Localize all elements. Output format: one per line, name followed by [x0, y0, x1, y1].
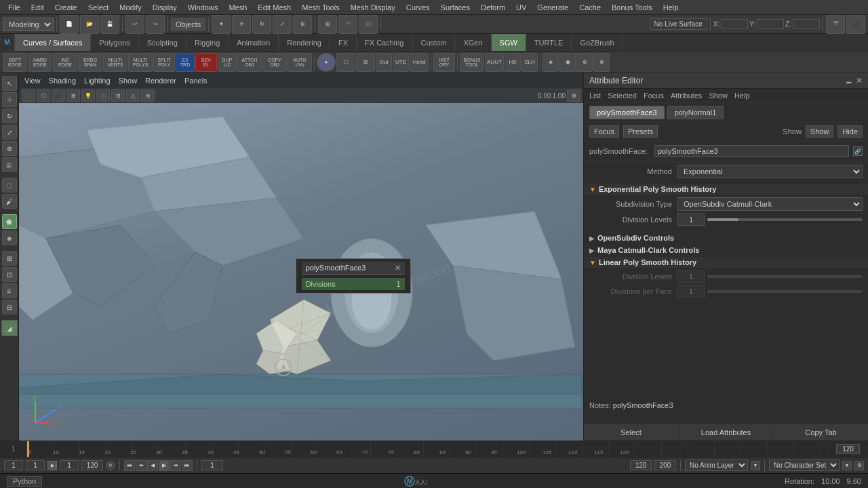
ute-btn[interactable]: UTE: [393, 53, 409, 72]
rotate-tool-btn[interactable]: ↻: [252, 15, 271, 34]
division-levels-slider[interactable]: [707, 218, 863, 221]
hide-btn[interactable]: Hide: [837, 125, 863, 138]
universal-tool[interactable]: ⊕: [2, 141, 17, 156]
vp-light-btn[interactable]: 💡: [81, 89, 95, 102]
vp-grid-btn[interactable]: ⊟: [111, 89, 125, 102]
tab-sgw[interactable]: SGW: [492, 34, 526, 51]
soft-edge-btn[interactable]: SOFTEDGE: [3, 53, 27, 72]
menu-generate[interactable]: Generate: [532, 2, 574, 13]
attr-tab-poly-smooth[interactable]: polySmoothFace3: [589, 106, 665, 119]
frame-current-input1[interactable]: [26, 460, 45, 470]
render-region-btn[interactable]: ⬛: [846, 15, 865, 34]
paint-select[interactable]: 🖌: [2, 194, 17, 209]
step-fwd-btn[interactable]: ➡: [170, 460, 181, 471]
skip-end-btn[interactable]: ⏭: [182, 460, 193, 471]
vp-menu-lighting[interactable]: Lighting: [84, 77, 111, 85]
anim-layer-select[interactable]: No Anim Layer: [685, 460, 748, 471]
layout-tool1[interactable]: ⊞: [2, 251, 17, 266]
tab-sculpting[interactable]: Sculpting: [139, 34, 186, 51]
select-tool-btn[interactable]: ✦: [212, 15, 231, 34]
division-levels-input[interactable]: 1: [677, 214, 705, 226]
out-btn[interactable]: Out: [376, 53, 392, 72]
char-set-select[interactable]: No Character Set: [769, 460, 840, 471]
tab-fx[interactable]: FX: [330, 34, 357, 51]
vp-rig-btn[interactable]: ⊕: [141, 89, 155, 102]
presets-btn[interactable]: Presets: [623, 125, 658, 138]
attr-nav-help[interactable]: Help: [734, 92, 750, 100]
vp-wireframe-btn[interactable]: ⬡: [37, 89, 50, 102]
tab-polygons[interactable]: Polygons: [91, 34, 138, 51]
section4-header[interactable]: ▼ Linear Poly Smooth History: [584, 257, 868, 268]
tab-turtle[interactable]: TURTLE: [526, 34, 572, 51]
mesh-icon-btn[interactable]: ⊞: [356, 53, 375, 72]
tab-rendering[interactable]: Rendering: [279, 34, 330, 51]
vp-polygon-btn[interactable]: △: [126, 89, 140, 102]
universal-tool-btn[interactable]: ⊕: [293, 15, 312, 34]
settings-icon[interactable]: ⚙: [854, 461, 864, 470]
tb-extra4[interactable]: ⊗: [593, 53, 610, 72]
play-back-btn[interactable]: ◀: [147, 460, 158, 471]
menu-uv[interactable]: UV: [511, 2, 532, 13]
tb-extra1[interactable]: ◈: [542, 53, 559, 72]
menu-create[interactable]: Create: [50, 2, 83, 13]
skip-start-btn[interactable]: ⏮: [124, 460, 135, 471]
sculpt-tool[interactable]: ⬟: [2, 214, 17, 229]
open-file-btn[interactable]: 📂: [80, 15, 99, 34]
menu-edit[interactable]: Edit: [26, 2, 50, 13]
step-back-btn[interactable]: ⬅: [136, 460, 146, 471]
move-tool[interactable]: ✛: [2, 92, 17, 107]
total-end-frame-input[interactable]: [654, 460, 676, 470]
tab-rigging[interactable]: Rigging: [186, 34, 229, 51]
sculpt2-tool[interactable]: ◈: [2, 230, 17, 245]
copy-obj-btn[interactable]: COPYOBJ: [262, 53, 287, 72]
menu-select[interactable]: Select: [83, 2, 115, 13]
tab-curves-surfaces[interactable]: Curves / Surfaces: [15, 34, 91, 51]
soft-select-tool[interactable]: ◎: [2, 157, 17, 172]
vp-menu-view[interactable]: View: [24, 77, 41, 85]
menu-cache[interactable]: Cache: [574, 2, 606, 13]
focus-btn[interactable]: Focus: [589, 125, 619, 138]
frame-current-input2[interactable]: [60, 460, 79, 470]
tb-extra3[interactable]: ⊕: [576, 53, 593, 72]
vp-menu-renderer[interactable]: Renderer: [145, 77, 176, 85]
auut-btn[interactable]: AUUT: [485, 53, 504, 72]
menu-edit-mesh[interactable]: Edit Mesh: [252, 2, 296, 13]
rotate-tool[interactable]: ↻: [2, 108, 17, 123]
menu-help[interactable]: Help: [658, 2, 684, 13]
select-btn[interactable]: Select: [584, 424, 679, 441]
layout-tool2[interactable]: ⊡: [2, 267, 17, 282]
render-btn[interactable]: 🎬: [826, 15, 845, 34]
attr-nav-selected[interactable]: Selected: [608, 92, 637, 100]
tab-fx-caching[interactable]: FX Caching: [357, 34, 412, 51]
tl-container[interactable]: 5 10 15 20 25 30 35 40 45 50 55 60 65 70…: [27, 441, 827, 457]
multi-cut-polys-btn[interactable]: MULTIPOLYS: [128, 53, 153, 72]
snap-grid-btn[interactable]: ⊞: [318, 15, 337, 34]
extrude-btn[interactable]: EXTRD: [176, 53, 195, 72]
menu-windows[interactable]: Windows: [182, 2, 224, 13]
layout-tool3[interactable]: ≡: [2, 283, 17, 298]
scene-area[interactable]: 人人素材 www.rrsc.cn 人人素材 人人素材 www.rrsc.cn 人…: [19, 103, 583, 441]
sphere-icon-btn[interactable]: ●: [317, 53, 336, 72]
char-set-menu-btn[interactable]: ▼: [842, 461, 852, 470]
vp-menu-panels[interactable]: Panels: [184, 77, 208, 85]
frame-number-input[interactable]: [201, 460, 223, 470]
menu-curves[interactable]: Curves: [401, 2, 435, 13]
split-poly-btn[interactable]: SPLITPOLY: [153, 53, 175, 72]
vp-menu-show[interactable]: Show: [119, 77, 138, 85]
menu-mesh-tools[interactable]: Mesh Tools: [296, 2, 344, 13]
anim-layer-menu-btn[interactable]: ▼: [751, 461, 760, 470]
tab-animation[interactable]: Animation: [229, 34, 279, 51]
tab-custom[interactable]: Custom: [413, 34, 456, 51]
new-file-btn[interactable]: 📄: [60, 15, 79, 34]
multi-cut-verts-btn[interactable]: MULTIVERTS: [103, 53, 127, 72]
layout-tool4[interactable]: ⊟: [2, 300, 17, 314]
section3-header[interactable]: ▶ Maya Catmull-Clark Controls: [584, 245, 868, 256]
live-surface-btn[interactable]: No Live Surface: [650, 18, 707, 30]
menu-bonus-tools[interactable]: Bonus Tools: [606, 2, 658, 13]
insert-edge-loop-btn[interactable]: INSEDGE: [53, 53, 77, 72]
attach-obj-btn[interactable]: ATTCHOBJ: [237, 53, 262, 72]
redo-btn[interactable]: ↪: [146, 15, 165, 34]
duplicate-btn[interactable]: DUPLIC: [218, 53, 237, 72]
slh-btn[interactable]: SLH: [521, 53, 538, 72]
coord-y-input[interactable]: [757, 19, 784, 29]
